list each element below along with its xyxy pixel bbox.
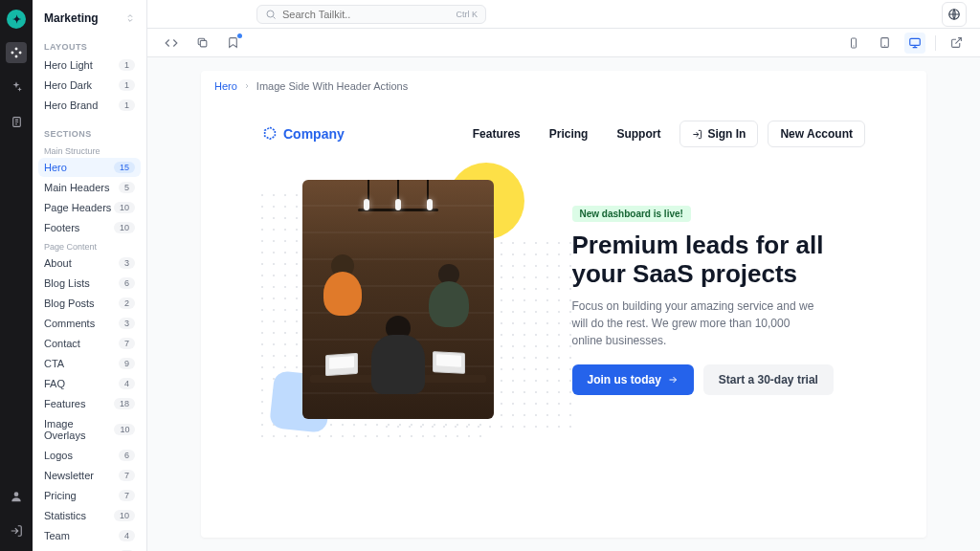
rail-components-icon[interactable] <box>6 42 27 63</box>
hero-actions: Join us today Start a 30-day trial <box>572 364 866 395</box>
nav-features[interactable]: Features <box>463 121 530 146</box>
cta-primary-button[interactable]: Join us today <box>572 364 694 395</box>
notification-dot <box>237 33 242 38</box>
main: Ctrl K <box>147 0 980 551</box>
hero-nav: Company Features Pricing Support Sign In… <box>214 92 913 161</box>
hero-pill: New dashboard is live! <box>572 206 691 222</box>
chevron-right-icon <box>243 82 251 90</box>
rail-doc-icon[interactable] <box>6 111 27 132</box>
sidebar-item-team[interactable]: Team4 <box>38 526 141 545</box>
sidebar-item-logos[interactable]: Logos6 <box>38 446 141 465</box>
sidebar-item-hero[interactable]: Hero15 <box>38 158 141 177</box>
main-structure-subheading: Main Structure <box>38 143 141 158</box>
cta-secondary-button[interactable]: Start a 30-day trial <box>703 364 834 395</box>
breadcrumb-root[interactable]: Hero <box>214 80 237 92</box>
preview-card: Hero Image Side With Header Actions Comp… <box>201 71 926 538</box>
sidebar-item-newsletter[interactable]: Newsletter7 <box>38 466 141 485</box>
nav-support[interactable]: Support <box>607 121 670 146</box>
sidebar-item-main-headers[interactable]: Main Headers5 <box>38 178 141 197</box>
sidebar-item-features[interactable]: Features18 <box>38 394 141 413</box>
svg-point-2 <box>267 11 274 17</box>
tablet-view-button[interactable] <box>874 33 895 54</box>
sidebar-item-footers[interactable]: Footers10 <box>38 218 141 237</box>
sidebar-item-contact[interactable]: Contact7 <box>38 334 141 353</box>
sections-heading: SECTIONS <box>38 129 141 143</box>
sidebar-item-cta[interactable]: CTA9 <box>38 354 141 373</box>
desktop-view-button[interactable] <box>904 33 925 54</box>
desktop-icon <box>908 36 922 50</box>
copy-button[interactable] <box>191 33 212 54</box>
hero-text: New dashboard is live! Premium leads for… <box>572 204 866 396</box>
sidebar-item-statistics[interactable]: Statistics10 <box>38 506 141 525</box>
cube-icon <box>262 126 278 142</box>
sidebar-item-hero-dark[interactable]: Hero Dark1 <box>38 76 141 95</box>
external-link-icon <box>950 36 963 49</box>
search-shortcut: Ctrl K <box>457 10 479 19</box>
code-icon <box>165 36 178 50</box>
page-content-subheading: Page Content <box>38 238 141 253</box>
hero-title: Premium leads for all your SaaS projects <box>572 231 866 289</box>
sidebar-item-blog-lists[interactable]: Blog Lists6 <box>38 274 141 293</box>
svg-point-1 <box>14 492 19 496</box>
search-input-wrap[interactable]: Ctrl K <box>256 5 486 24</box>
topbar: Ctrl K <box>147 0 980 29</box>
bookmark-button[interactable] <box>222 33 243 54</box>
bookmark-icon <box>227 36 239 49</box>
toolbar <box>147 29 980 57</box>
app-logo[interactable]: ✦ <box>7 10 26 29</box>
nav-pricing[interactable]: Pricing <box>540 121 598 146</box>
layouts-heading: LAYOUTS <box>38 42 141 55</box>
chevron-up-down-icon <box>125 13 135 23</box>
arrow-right-icon <box>667 374 679 386</box>
svg-rect-7 <box>910 38 921 45</box>
new-account-button[interactable]: New Account <box>768 121 865 147</box>
rail-sparkle-icon[interactable] <box>6 77 27 98</box>
login-icon <box>692 129 702 140</box>
sidebar-item-blog-posts[interactable]: Blog Posts2 <box>38 294 141 313</box>
hero-image-wrap <box>262 180 534 419</box>
sidebar-item-faq[interactable]: FAQ4 <box>38 374 141 393</box>
breadcrumb: Hero Image Side With Header Actions <box>214 80 913 92</box>
hero-image <box>302 180 494 419</box>
tablet-icon <box>879 36 891 49</box>
code-view-button[interactable] <box>161 33 182 54</box>
globe-icon <box>947 8 961 21</box>
sidebar-item-pricing[interactable]: Pricing7 <box>38 486 141 505</box>
rail-user-icon[interactable] <box>6 486 27 507</box>
hero-description: Focus on building your amazing service a… <box>572 298 821 349</box>
sidebar-item-page-headers[interactable]: Page Headers10 <box>38 198 141 217</box>
workspace-name: Marketing <box>44 11 99 25</box>
sidebar-item-image-overlays[interactable]: Image Overlays10 <box>38 414 141 445</box>
sidebar-item-testimonials[interactable]: Testimonials7 <box>38 546 141 551</box>
sidebar-item-hero-brand[interactable]: Hero Brand1 <box>38 96 141 115</box>
search-icon <box>265 9 277 20</box>
breadcrumb-current: Image Side With Header Actions <box>256 80 408 92</box>
icon-rail: ✦ <box>0 0 33 551</box>
sidebar: Marketing LAYOUTS Hero Light1 Hero Dark1… <box>33 0 147 551</box>
hero-body: New dashboard is live! Premium leads for… <box>214 161 913 438</box>
hero-brand[interactable]: Company <box>262 126 345 142</box>
open-external-button[interactable] <box>946 33 967 54</box>
search-input[interactable] <box>282 9 451 20</box>
sidebar-item-hero-light[interactable]: Hero Light1 <box>38 55 141 75</box>
mobile-icon <box>848 37 859 49</box>
toolbar-divider <box>935 35 936 51</box>
copy-icon <box>196 36 209 49</box>
sidebar-item-about[interactable]: About3 <box>38 253 141 273</box>
language-button[interactable] <box>942 2 967 27</box>
canvas: Hero Image Side With Header Actions Comp… <box>147 57 980 551</box>
mobile-view-button[interactable] <box>843 33 864 54</box>
svg-rect-4 <box>200 40 207 47</box>
signin-button[interactable]: Sign In <box>679 121 758 147</box>
workspace-selector[interactable]: Marketing <box>38 8 141 29</box>
rail-logout-icon[interactable] <box>6 520 27 541</box>
sidebar-item-comments[interactable]: Comments3 <box>38 314 141 333</box>
